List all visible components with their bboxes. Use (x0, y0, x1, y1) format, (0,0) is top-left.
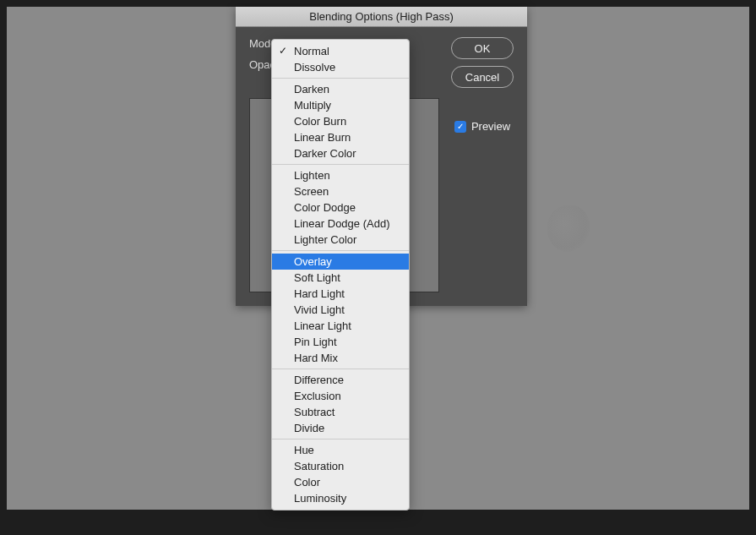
blend-mode-option-label: Divide (294, 422, 324, 434)
blend-mode-option[interactable]: Linear Burn (272, 129, 409, 145)
preview-checkbox[interactable]: ✓ (454, 121, 466, 133)
blend-mode-option-label: Overlay (294, 255, 332, 268)
dropdown-group: ✓NormalDissolve (272, 42, 409, 76)
blend-mode-option-label: Lighten (294, 169, 330, 182)
dropdown-group: DifferenceExclusionSubtractDivide (272, 371, 409, 437)
preview-checkbox-row: ✓ Preview (454, 120, 510, 133)
dropdown-separator (272, 78, 409, 79)
blend-mode-option-label: Exclusion (294, 390, 341, 402)
blend-mode-option[interactable]: Exclusion (272, 388, 409, 404)
blend-mode-option[interactable]: Linear Dodge (Add) (272, 216, 409, 232)
blend-mode-option-label: Subtract (294, 406, 334, 418)
blend-mode-option-label: Hard Light (294, 287, 345, 300)
dropdown-separator (272, 250, 409, 251)
blend-mode-option-label: Screen (294, 185, 329, 198)
blend-mode-option-label: Normal (294, 45, 329, 57)
blend-mode-option-label: Soft Light (294, 271, 340, 284)
blend-mode-option[interactable]: Saturation (272, 458, 409, 474)
blend-mode-option-label: Saturation (294, 460, 344, 472)
blend-mode-option-label: Linear Dodge (Add) (294, 217, 389, 230)
blend-mode-option[interactable]: Divide (272, 420, 409, 436)
dialog-right-column: OK Cancel ✓ Preview (451, 37, 514, 133)
blend-mode-option[interactable]: Dissolve (272, 59, 409, 75)
blend-mode-option-label: Hue (294, 444, 314, 456)
blend-mode-option[interactable]: Color Burn (272, 113, 409, 129)
blend-mode-option-label: Multiply (294, 99, 331, 112)
blend-mode-option-label: Linear Burn (294, 131, 351, 144)
blend-mode-option[interactable]: Hue (272, 442, 409, 458)
dropdown-group: DarkenMultiplyColor BurnLinear BurnDarke… (272, 80, 409, 162)
blend-mode-option[interactable]: Screen (272, 183, 409, 199)
blend-mode-option[interactable]: Luminosity (272, 490, 409, 506)
dialog-title: Blending Options (High Pass) (309, 10, 454, 23)
blend-mode-option-label: Color (294, 476, 320, 489)
blend-mode-option[interactable]: Hard Mix (272, 350, 409, 366)
dropdown-group: OverlaySoft LightHard LightVivid LightLi… (272, 253, 409, 367)
blend-mode-dropdown[interactable]: ✓NormalDissolveDarkenMultiplyColor BurnL… (271, 39, 410, 510)
blend-mode-option-label: Lighter Color (294, 233, 356, 246)
blend-mode-option[interactable]: Lighten (272, 167, 409, 183)
blend-mode-option[interactable]: Subtract (272, 404, 409, 420)
dropdown-separator (272, 164, 409, 165)
blend-mode-option-label: Darker Color (294, 147, 356, 160)
blend-mode-option[interactable]: Vivid Light (272, 302, 409, 318)
preview-checkbox-label: Preview (471, 120, 510, 133)
blend-mode-option-label: Dissolve (294, 61, 335, 74)
blend-mode-option[interactable]: Color Dodge (272, 199, 409, 216)
blend-mode-option-label: Hard Mix (294, 352, 338, 364)
blend-mode-option[interactable]: Darker Color (272, 145, 409, 161)
blend-mode-option[interactable]: Soft Light (272, 270, 409, 286)
blend-mode-option[interactable]: Color (272, 474, 409, 490)
blend-mode-option[interactable]: Pin Light (272, 334, 409, 350)
blend-mode-option-label: Color Burn (294, 115, 346, 128)
blend-mode-option[interactable]: Difference (272, 372, 409, 388)
dropdown-separator (272, 439, 409, 439)
dropdown-group: LightenScreenColor DodgeLinear Dodge (Ad… (272, 167, 409, 248)
blend-mode-option[interactable]: Linear Light (272, 318, 409, 334)
blend-mode-option[interactable]: Darken (272, 81, 409, 97)
blend-mode-option[interactable]: Lighter Color (272, 232, 409, 248)
blend-mode-option-label: Darken (294, 83, 329, 96)
checkmark-icon: ✓ (457, 122, 464, 131)
cancel-button[interactable]: Cancel (451, 66, 514, 88)
blend-mode-option-label: Linear Light (294, 319, 351, 332)
blend-mode-option-label: Pin Light (294, 336, 337, 348)
blend-mode-option[interactable]: Overlay (272, 254, 409, 270)
checkmark-icon: ✓ (279, 44, 287, 58)
blend-mode-option-label: Luminosity (294, 492, 346, 505)
ok-button[interactable]: OK (451, 37, 514, 59)
blend-mode-option-label: Vivid Light (294, 303, 345, 316)
blend-mode-option[interactable]: Hard Light (272, 286, 409, 302)
blend-mode-option-label: Difference (294, 374, 344, 386)
canvas-smudge (547, 205, 590, 252)
dropdown-group: HueSaturationColorLuminosity (272, 441, 409, 507)
dropdown-separator (272, 368, 409, 369)
blend-mode-option[interactable]: ✓Normal (272, 43, 409, 59)
dialog-titlebar[interactable]: Blending Options (High Pass) (236, 7, 527, 27)
blend-mode-option[interactable]: Multiply (272, 97, 409, 113)
blend-mode-option-label: Color Dodge (294, 201, 356, 214)
